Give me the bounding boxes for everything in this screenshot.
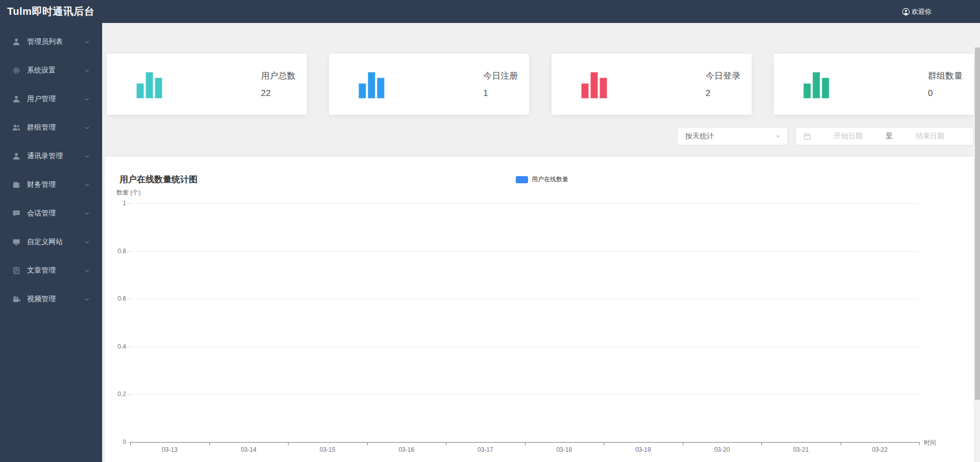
- stat-value: 22: [261, 88, 298, 99]
- x-axis-tick-label: 03-19: [603, 446, 683, 453]
- sidebar-item-label: 通讯录管理: [27, 152, 63, 161]
- sidebar-item-label: 视频管理: [27, 295, 56, 304]
- sidebar-item-label: 用户管理: [27, 94, 56, 104]
- stat-card-total-users: 用户总数 22: [107, 54, 307, 115]
- stat-value: 1: [483, 88, 520, 99]
- finance-wallet-icon: [12, 181, 20, 189]
- user-circle-icon: [902, 8, 910, 16]
- admin-user-icon: [12, 38, 20, 46]
- gridline: [130, 299, 919, 299]
- x-axis-tick-label: 03-18: [524, 446, 604, 453]
- chat-bubble-icon: [12, 209, 20, 217]
- sidebar-item-admin-list[interactable]: 管理员列表: [0, 28, 102, 56]
- x-axis-tick-label: 03-14: [209, 446, 289, 453]
- x-axis-tick-label: 03-17: [445, 446, 525, 453]
- chevron-down-icon: [84, 125, 90, 131]
- stat-label: 今日登录: [706, 70, 743, 82]
- x-axis-tick: [209, 443, 210, 445]
- sidebar-item-finance-management[interactable]: 财务管理: [0, 171, 102, 199]
- sidebar: 管理员列表 系统设置 用户管理 群组管理 通讯录管理: [0, 23, 102, 462]
- end-date-input[interactable]: 结束日期: [893, 132, 967, 141]
- x-axis-tick: [525, 443, 525, 445]
- sidebar-item-system-settings[interactable]: 系统设置: [0, 56, 102, 85]
- chevron-down-icon: [84, 182, 90, 188]
- x-axis-tick-label: 03-16: [367, 446, 446, 453]
- y-axis-tick: [127, 251, 130, 252]
- sidebar-item-session-management[interactable]: 会话管理: [0, 199, 102, 228]
- date-range-picker[interactable]: 开始日期 至 结束日期: [795, 127, 974, 145]
- legend-swatch: [516, 176, 528, 183]
- vertical-scrollbar[interactable]: [975, 46, 980, 462]
- welcome-user[interactable]: 欢迎你: [902, 0, 931, 23]
- bar-chart-icon: [358, 70, 385, 99]
- article-document-icon: [12, 266, 20, 275]
- website-monitor-icon: [12, 238, 20, 246]
- y-axis-tick: [127, 347, 130, 347]
- y-axis-tick: [127, 203, 130, 204]
- x-axis-tick: [130, 443, 131, 445]
- x-axis-tick-label: 03-20: [682, 446, 762, 453]
- bar-chart-icon: [803, 70, 829, 99]
- welcome-text: 欢迎你: [912, 7, 931, 16]
- gridline: [130, 203, 919, 204]
- scrollbar-thumb[interactable]: [975, 47, 980, 400]
- y-axis-tick-label: 0.2: [108, 391, 126, 398]
- period-select[interactable]: 按天统计: [677, 127, 788, 145]
- chevron-down-icon: [84, 154, 90, 159]
- x-axis-tick: [919, 443, 920, 445]
- legend-label: 用户在线数量: [532, 175, 568, 184]
- stat-label: 用户总数: [261, 70, 298, 82]
- stat-label: 群组数量: [928, 70, 965, 82]
- y-axis-name: 数量 (个): [116, 188, 140, 197]
- sidebar-item-label: 文章管理: [27, 266, 56, 275]
- chevron-down-icon: [84, 211, 90, 216]
- x-axis-name: 时间: [924, 439, 936, 447]
- x-axis-tick: [367, 443, 368, 445]
- sidebar-item-label: 自定义网站: [27, 237, 63, 247]
- chevron-down-icon: [84, 268, 90, 274]
- stat-cards-row: 用户总数 22 今日注册 1 今日登录 2 群组数量 0: [107, 54, 974, 115]
- app-header: Tulm即时通讯后台 欢迎你: [0, 0, 980, 23]
- sidebar-item-custom-website[interactable]: 自定义网站: [0, 228, 102, 256]
- sidebar-item-contacts-management[interactable]: 通讯录管理: [0, 142, 102, 171]
- y-axis-tick-label: 0.8: [108, 248, 126, 255]
- bar-chart-icon: [136, 70, 162, 99]
- x-axis-tick: [841, 443, 841, 445]
- group-users-icon: [12, 124, 20, 132]
- contacts-user-icon: [12, 152, 20, 160]
- sidebar-item-video-management[interactable]: 视频管理: [0, 285, 102, 313]
- bar-chart-icon: [581, 70, 607, 99]
- chevron-down-icon: [84, 297, 90, 302]
- y-axis-tick-label: 0.4: [108, 343, 126, 350]
- chevron-down-icon: [84, 68, 90, 74]
- chevron-down-icon: [84, 96, 90, 102]
- sidebar-item-user-management[interactable]: 用户管理: [0, 85, 102, 113]
- sidebar-item-article-management[interactable]: 文章管理: [0, 256, 102, 285]
- x-axis-tick: [604, 443, 604, 445]
- sidebar-item-group-management[interactable]: 群组管理: [0, 113, 102, 142]
- chart-title: 用户在线数量统计图: [119, 174, 198, 185]
- chart-legend[interactable]: 用户在线数量: [516, 175, 568, 184]
- gridline: [130, 251, 919, 252]
- chevron-down-icon: [84, 39, 90, 45]
- x-axis-tick-label: 03-13: [130, 446, 209, 453]
- x-axis-tick-label: 03-15: [288, 446, 367, 453]
- start-date-input[interactable]: 开始日期: [811, 132, 886, 141]
- x-axis-tick-label: 03-21: [761, 446, 841, 453]
- sidebar-item-label: 系统设置: [27, 66, 56, 75]
- calendar-icon: [803, 133, 811, 140]
- video-camera-icon: [12, 295, 20, 303]
- sidebar-item-label: 管理员列表: [27, 37, 63, 46]
- sidebar-item-label: 会话管理: [27, 209, 56, 218]
- y-axis-tick-label: 0.6: [108, 295, 126, 302]
- stat-value: 0: [928, 88, 965, 99]
- gridline: [130, 347, 919, 347]
- y-axis-tick: [127, 299, 130, 299]
- chevron-down-icon: [84, 239, 90, 245]
- stat-label: 今日注册: [483, 70, 520, 82]
- sidebar-item-label: 群组管理: [27, 123, 56, 132]
- x-axis-tick-label: 03-22: [840, 446, 920, 453]
- x-axis-tick: [683, 443, 683, 445]
- stat-value: 2: [706, 88, 743, 99]
- period-select-value: 按天统计: [685, 132, 714, 141]
